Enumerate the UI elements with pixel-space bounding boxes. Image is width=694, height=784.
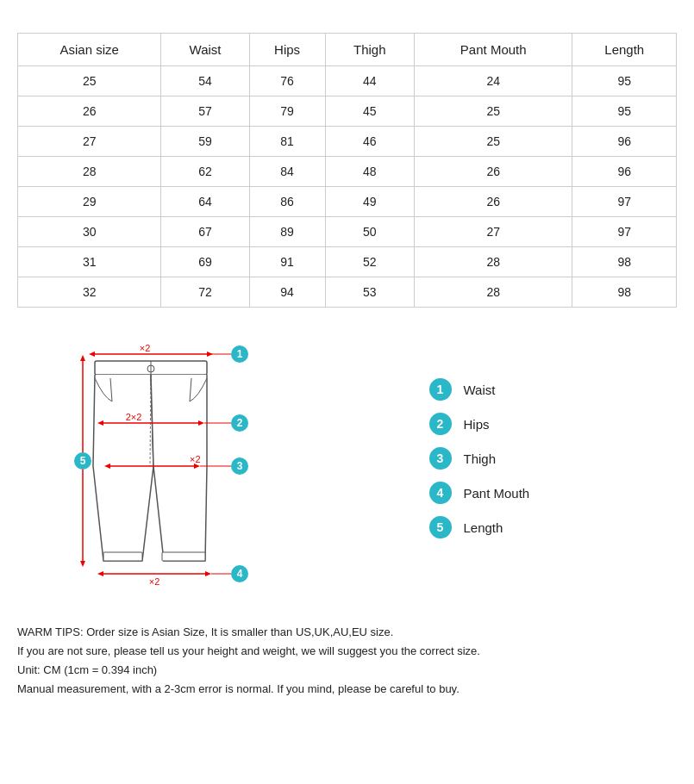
- table-cell: 48: [325, 157, 414, 187]
- svg-marker-35: [80, 355, 85, 361]
- table-cell: 26: [414, 157, 572, 187]
- table-cell: 31: [18, 247, 161, 277]
- measurement-legend: 1Waist2Hips3Thigh4Pant Mouth5Length: [293, 328, 677, 551]
- svg-rect-4: [162, 552, 205, 561]
- table-cell: 97: [572, 187, 677, 217]
- legend-item: 3Thigh: [429, 447, 541, 470]
- table-header-cell: Length: [572, 34, 677, 66]
- table-row: 275981462596: [18, 127, 677, 157]
- legend-item: 4Pant Mouth: [429, 482, 541, 504]
- table-cell: 45: [325, 96, 414, 127]
- table-cell: 25: [414, 127, 572, 157]
- diagram-container: ×2 1 2×2 2 ×2 3: [17, 328, 293, 607]
- table-cell: 98: [572, 277, 677, 308]
- table-cell: 49: [325, 187, 414, 217]
- diagram-section: ×2 1 2×2 2 ×2 3: [17, 328, 677, 607]
- table-cell: 97: [572, 217, 677, 247]
- table-row: 255476442495: [18, 66, 677, 96]
- legend-label: Thigh: [464, 451, 541, 466]
- table-cell: 95: [572, 96, 677, 127]
- table-header-cell: Pant Mouth: [414, 34, 572, 66]
- warm-tips-line: WARM TIPS: Order size is Asian Size, It …: [17, 623, 677, 642]
- table-cell: 52: [325, 247, 414, 277]
- table-cell: 79: [249, 96, 325, 127]
- legend-label: Hips: [464, 417, 541, 432]
- svg-text:4: 4: [237, 568, 243, 580]
- svg-text:1: 1: [237, 348, 243, 360]
- table-cell: 57: [161, 96, 249, 127]
- table-cell: 28: [414, 247, 572, 277]
- table-cell: 76: [249, 66, 325, 96]
- table-cell: 72: [161, 277, 249, 308]
- legend-number: 4: [429, 482, 452, 504]
- warm-tips-line: Manual measurement, with a 2-3cm error i…: [17, 680, 677, 699]
- table-cell: 91: [249, 247, 325, 277]
- legend-number: 1: [429, 378, 452, 401]
- table-cell: 62: [161, 157, 249, 187]
- legend-number: 2: [429, 413, 452, 435]
- svg-marker-28: [97, 571, 103, 576]
- legend-number: 5: [429, 516, 452, 538]
- table-cell: 67: [161, 217, 249, 247]
- legend-item: 5Length: [429, 516, 541, 538]
- warm-tips-line: If you are not sure, please tell us your…: [17, 642, 677, 661]
- table-header-cell: Thigh: [325, 34, 414, 66]
- table-cell: 26: [414, 187, 572, 217]
- size-chart-table: Asian sizeWaistHipsThighPant MouthLength…: [17, 33, 677, 308]
- legend-label: Waist: [464, 383, 541, 397]
- svg-text:5: 5: [80, 455, 86, 467]
- table-cell: 29: [18, 187, 161, 217]
- table-cell: 86: [249, 187, 325, 217]
- table-cell: 69: [161, 247, 249, 277]
- warm-tips-line: Unit: CM (1cm = 0.394 inch): [17, 661, 677, 680]
- svg-text:2: 2: [237, 417, 243, 429]
- table-cell: 53: [325, 277, 414, 308]
- legend-items: 1Waist2Hips3Thigh4Pant Mouth5Length: [429, 378, 541, 551]
- table-cell: 46: [325, 127, 414, 157]
- svg-text:×2: ×2: [140, 343, 151, 353]
- legend-number: 3: [429, 447, 452, 470]
- header-row: Asian sizeWaistHipsThighPant MouthLength: [18, 34, 677, 66]
- table-header-cell: Asian size: [18, 34, 161, 66]
- svg-text:2×2: 2×2: [126, 412, 142, 422]
- table-header: Asian sizeWaistHipsThighPant MouthLength: [18, 34, 677, 66]
- warm-tips: WARM TIPS: Order size is Asian Size, It …: [17, 623, 677, 699]
- table-cell: 94: [249, 277, 325, 308]
- table-cell: 27: [18, 127, 161, 157]
- svg-marker-36: [80, 561, 85, 567]
- table-header-cell: Hips: [249, 34, 325, 66]
- legend-item: 2Hips: [429, 413, 541, 435]
- table-cell: 28: [18, 157, 161, 187]
- table-cell: 98: [572, 247, 677, 277]
- legend-item: 1Waist: [429, 378, 541, 401]
- svg-text:×2: ×2: [149, 576, 160, 587]
- table-cell: 84: [249, 157, 325, 187]
- table-cell: 96: [572, 157, 677, 187]
- table-cell: 32: [18, 277, 161, 308]
- table-cell: 25: [18, 66, 161, 96]
- table-row: 306789502797: [18, 217, 677, 247]
- table-cell: 64: [161, 187, 249, 217]
- table-cell: 26: [18, 96, 161, 127]
- table-row: 286284482696: [18, 157, 677, 187]
- legend-label: Length: [464, 520, 541, 535]
- table-cell: 96: [572, 127, 677, 157]
- table-cell: 30: [18, 217, 161, 247]
- table-header-cell: Waist: [161, 34, 249, 66]
- table-cell: 44: [325, 66, 414, 96]
- table-cell: 50: [325, 217, 414, 247]
- table-row: 327294532898: [18, 277, 677, 308]
- table-row: 265779452595: [18, 96, 677, 127]
- table-row: 296486492697: [18, 187, 677, 217]
- table-cell: 24: [414, 66, 572, 96]
- svg-text:3: 3: [237, 460, 243, 472]
- table-cell: 59: [161, 127, 249, 157]
- table-cell: 81: [249, 127, 325, 157]
- table-cell: 27: [414, 217, 572, 247]
- legend-label: Pant Mouth: [464, 486, 541, 501]
- table-body: 2554764424952657794525952759814625962862…: [18, 66, 677, 308]
- svg-marker-7: [89, 352, 95, 357]
- table-cell: 25: [414, 96, 572, 127]
- pants-diagram: ×2 1 2×2 2 ×2 3: [17, 328, 293, 604]
- table-cell: 54: [161, 66, 249, 96]
